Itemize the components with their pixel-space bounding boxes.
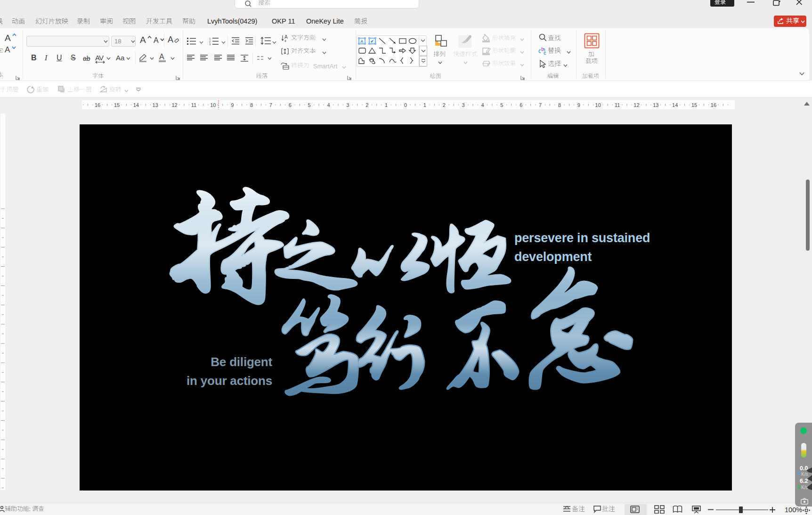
svg-text:1: 1 xyxy=(423,102,426,108)
svg-text:A: A xyxy=(284,34,288,40)
svg-text:3: 3 xyxy=(346,102,349,108)
svg-text:5: 5 xyxy=(500,102,503,108)
svg-text:3: 3 xyxy=(209,43,211,45)
svg-text:2: 2 xyxy=(365,102,368,108)
svg-text:3: 3 xyxy=(462,102,465,108)
svg-text:9: 9 xyxy=(577,102,580,108)
svg-text:10: 10 xyxy=(210,102,216,108)
svg-text:9: 9 xyxy=(231,102,234,108)
svg-text:10: 10 xyxy=(595,102,601,108)
svg-text:11: 11 xyxy=(191,102,196,108)
svg-text:5: 5 xyxy=(308,102,311,108)
svg-text:8: 8 xyxy=(250,102,253,108)
svg-text:6: 6 xyxy=(289,102,292,108)
svg-text:13: 13 xyxy=(153,102,158,108)
svg-text:16: 16 xyxy=(711,102,716,108)
svg-text:14: 14 xyxy=(133,102,139,108)
svg-text:7: 7 xyxy=(539,102,542,108)
svg-text:14: 14 xyxy=(672,102,678,108)
svg-text:A: A xyxy=(360,39,364,44)
svg-text:1: 1 xyxy=(385,102,388,108)
svg-text:8: 8 xyxy=(558,102,561,108)
svg-text:2: 2 xyxy=(443,102,446,108)
svg-text:0: 0 xyxy=(404,102,407,108)
svg-text:15: 15 xyxy=(691,102,697,108)
svg-text:4: 4 xyxy=(327,102,330,108)
svg-text:11: 11 xyxy=(615,102,620,108)
svg-text:12: 12 xyxy=(171,102,177,108)
svg-text:6: 6 xyxy=(520,102,522,108)
svg-text:16: 16 xyxy=(95,102,100,108)
svg-text:7: 7 xyxy=(269,102,272,108)
svg-text:12: 12 xyxy=(633,102,639,108)
svg-text:15: 15 xyxy=(114,102,120,108)
svg-text:13: 13 xyxy=(653,102,658,108)
svg-text:4: 4 xyxy=(481,102,484,108)
